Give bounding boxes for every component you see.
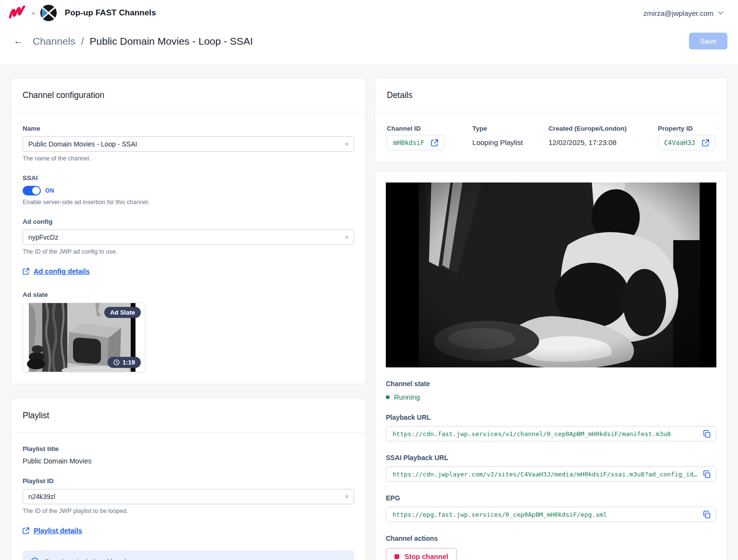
durations-info-banner: Durations include ad breaks (23, 550, 354, 560)
channel-actions-block: Channel actions Stop channel (386, 535, 716, 560)
breadcrumb-bar: ← Channels / Public Domain Movies - Loop… (0, 26, 738, 64)
ad-slate-badge: Ad Slate (104, 307, 141, 318)
app-title: Pop-up FAST Channels (65, 8, 156, 18)
breadcrumb-channels[interactable]: Channels (33, 36, 75, 47)
ssai-playback-url-label: SSAI Playback URL (386, 454, 716, 462)
ssai-toggle-state: ON (45, 187, 54, 194)
playlist-link-label: Playlist details (34, 527, 82, 535)
stop-channel-button[interactable]: Stop channel (386, 548, 457, 560)
ad-slate-badge-label: Ad Slate (110, 309, 135, 316)
ad-config-link-block: Ad config details (23, 268, 354, 277)
stop-square-icon (394, 554, 399, 559)
channel-state-label: Channel state (386, 380, 716, 388)
ad-slate-label: Ad slate (23, 291, 354, 298)
video-frame-image (386, 183, 716, 367)
copy-ssai-url-button[interactable] (703, 470, 711, 478)
channel-state-block: Channel state Running (386, 380, 716, 401)
channel-preview-video[interactable] (386, 183, 716, 367)
back-button[interactable]: ← (12, 35, 25, 48)
channel-id-label: Channel ID (387, 125, 472, 132)
created-value: 12/02/2025, 17:23:08 (548, 138, 658, 146)
name-help: The name of the channel. (23, 155, 354, 162)
page-title: Public Domain Movies - Loop - SSAI (90, 36, 253, 47)
property-id-column: Property ID C4VaaH3J (658, 125, 715, 150)
playback-url-label: Playback URL (386, 414, 716, 421)
clear-ad-config-icon[interactable]: × (342, 232, 351, 242)
details-card-title: Details (375, 78, 727, 112)
playlist-id-label: Playlist ID (23, 477, 354, 485)
external-link-icon (23, 527, 29, 534)
app-header: × Pop-up FAST Channels zmirza@jwplayer.c… (0, 0, 738, 26)
breadcrumb-separator: / (81, 36, 84, 47)
details-card: Details Channel ID mH0kdsiF (375, 77, 727, 162)
playlist-id-block: Playlist ID × The ID of the JWP playlist… (23, 477, 354, 514)
open-external-icon[interactable] (702, 139, 709, 146)
copy-icon (703, 511, 711, 519)
name-label: Name (23, 125, 354, 132)
jwplayer-logo-icon (8, 5, 27, 21)
channel-config-title: Channel configuration (11, 78, 366, 112)
copy-playback-url-button[interactable] (703, 430, 711, 438)
playlist-title-block: Playlist title Public Domain Movies (23, 445, 354, 465)
created-label: Created (Europe/London) (548, 125, 658, 132)
ad-slate-duration-label: 1:19 (123, 359, 135, 366)
main-content: Channel configuration Name × The name of… (0, 64, 738, 560)
partner-play-logo-icon (40, 4, 57, 22)
channel-config-card: Channel configuration Name × The name of… (11, 77, 366, 384)
property-id-chip: C4VaaH3J (658, 135, 715, 150)
playback-url-block: Playback URL https://cdn.fast.jwp.servic… (386, 414, 716, 441)
channel-id-chip: mH0kdsiF (387, 135, 444, 150)
stop-channel-label: Stop channel (405, 553, 448, 560)
type-column: Type Looping Playlist (472, 125, 548, 150)
clear-name-icon[interactable]: × (342, 139, 351, 149)
type-value: Looping Playlist (472, 138, 548, 146)
ssai-toggle[interactable] (23, 186, 41, 195)
channel-id-value: mH0kdsiF (393, 139, 424, 146)
property-id-label: Property ID (658, 125, 715, 132)
playlist-title-label: Playlist title (23, 445, 354, 452)
playlist-details-link[interactable]: Playlist details (23, 527, 82, 535)
brand-logos: × Pop-up FAST Channels (8, 4, 156, 22)
channel-name-input[interactable] (23, 136, 354, 152)
clock-icon (113, 359, 120, 365)
name-field-block: Name × The name of the channel. (23, 125, 354, 162)
ssai-playback-url-block: SSAI Playback URL https://cdn.jwplayer.c… (386, 454, 716, 482)
open-external-icon[interactable] (431, 139, 438, 146)
epg-url-value: https://epg.fast.jwp.services/0_cep0ApBM… (393, 511, 697, 518)
playback-url-value: https://cdn.fast.jwp.services/v1/channel… (393, 430, 697, 438)
ad-config-details-link[interactable]: Ad config details (23, 268, 90, 275)
playlist-title-value: Public Domain Movies (23, 457, 354, 465)
ad-config-input[interactable] (23, 230, 354, 245)
ad-config-help: The ID of the JWP ad config to use. (23, 248, 354, 255)
channel-status-card: Channel state Running Playback URL https… (375, 171, 727, 560)
playlist-id-input[interactable] (23, 489, 354, 504)
account-menu[interactable]: zmirza@jwplayer.com (643, 9, 724, 17)
playlist-id-help: The ID of the JWP playlist to be looped. (23, 508, 354, 514)
clear-playlist-id-icon[interactable]: × (342, 491, 351, 501)
playlist-card-title: Playlist (11, 398, 366, 433)
epg-label: EPG (386, 494, 716, 502)
copy-icon (703, 470, 711, 478)
ad-slate-block: Ad slate (23, 291, 354, 372)
channel-actions-label: Channel actions (386, 535, 716, 542)
running-dot-icon (386, 395, 390, 399)
ad-slate-duration-badge: 1:19 (108, 357, 141, 368)
ssai-label: SSAI (23, 174, 354, 182)
save-button[interactable]: Save (689, 33, 727, 49)
channel-id-column: Channel ID mH0kdsiF (387, 125, 472, 150)
copy-epg-url-button[interactable] (703, 511, 711, 519)
external-link-icon (23, 268, 29, 275)
playlist-link-block: Playlist details (23, 527, 354, 536)
ad-slate-thumbnail[interactable]: Ad Slate 1:19 (23, 303, 145, 372)
ad-config-field-block: Ad config × The ID of the JWP ad config … (23, 218, 354, 255)
property-id-value: C4VaaH3J (664, 139, 695, 146)
ssai-help: Enable server-side ad insertion for this… (23, 199, 354, 206)
logo-separator: × (31, 9, 36, 17)
chevron-down-icon (718, 11, 724, 15)
user-email: zmirza@jwplayer.com (643, 9, 713, 17)
ssai-playback-url-value: https://cdn.jwplayer.com/v2/sites/C4VaaH… (393, 471, 697, 478)
channel-state-value: Running (394, 393, 420, 401)
ad-config-label: Ad config (23, 218, 354, 225)
epg-block: EPG https://epg.fast.jwp.services/0_cep0… (386, 494, 716, 522)
info-icon (31, 558, 39, 560)
